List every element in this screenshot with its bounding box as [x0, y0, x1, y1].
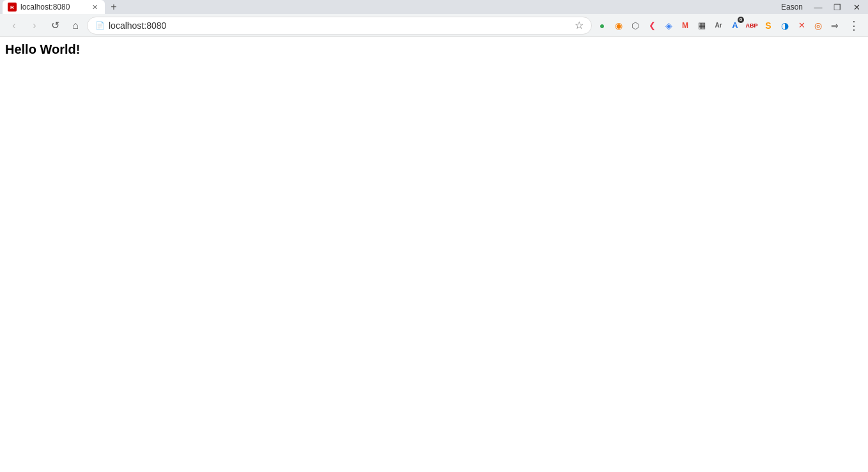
- ext-edge-icon[interactable]: ◑: [777, 18, 793, 33]
- ext-s-icon[interactable]: S: [761, 18, 776, 33]
- titlebar: R localhost:8080 ✕ + Eason — ❐ ✕: [0, 0, 868, 14]
- home-button[interactable]: ⌂: [66, 17, 84, 35]
- user-name: Eason: [781, 3, 803, 12]
- browser-menu-button[interactable]: ⋮: [845, 17, 863, 35]
- minimize-button[interactable]: —: [809, 0, 827, 14]
- ext-rss-icon[interactable]: ◉: [611, 18, 626, 33]
- page-content: Hello World!: [0, 37, 868, 62]
- ext-no1-icon[interactable]: ✕: [794, 18, 809, 33]
- address-input[interactable]: [109, 20, 571, 31]
- extensions-area: ● ◉ ⬡ ❮ ◈ M ▦ Ar A 0 ABP S ◑ ✕ ◎ ⇒: [594, 18, 842, 33]
- address-bar-container: 📄 ☆: [87, 17, 592, 35]
- browser-tab[interactable]: R localhost:8080 ✕: [3, 0, 105, 14]
- ext-pocket-icon[interactable]: ❮: [644, 18, 660, 33]
- ext-box-icon[interactable]: ⬡: [628, 18, 643, 33]
- ext-gmail-icon[interactable]: M: [678, 18, 693, 33]
- navbar: ‹ › ↺ ⌂ 📄 ☆ ● ◉ ⬡ ❮ ◈ M ▦ Ar A 0 ABP S ◑: [0, 14, 868, 37]
- ext-colorful-icon[interactable]: ◈: [661, 18, 676, 33]
- close-button[interactable]: ✕: [848, 0, 865, 14]
- ext-abp-icon[interactable]: ABP: [744, 18, 759, 33]
- titlebar-left: R localhost:8080 ✕ +: [3, 0, 781, 14]
- ext-qr-icon[interactable]: ▦: [694, 18, 709, 33]
- address-icon: 📄: [95, 21, 105, 30]
- bookmark-star-icon[interactable]: ☆: [575, 19, 584, 31]
- page-heading: Hello World!: [5, 42, 863, 57]
- tab-close-button[interactable]: ✕: [89, 2, 100, 12]
- tab-favicon: R: [8, 3, 17, 12]
- ext-badge-icon[interactable]: A 0: [727, 18, 743, 33]
- titlebar-right: Eason — ❐ ✕: [781, 0, 865, 14]
- ext-badge-count: 0: [738, 17, 744, 23]
- back-button[interactable]: ‹: [5, 17, 23, 35]
- reload-button[interactable]: ↺: [46, 17, 64, 35]
- ext-forward-icon[interactable]: ⇒: [827, 18, 842, 33]
- ext-green-circle-icon[interactable]: ●: [594, 18, 610, 33]
- new-tab-button[interactable]: +: [106, 0, 121, 14]
- ext-no2-icon[interactable]: ◎: [810, 18, 826, 33]
- forward-button[interactable]: ›: [26, 17, 43, 35]
- restore-button[interactable]: ❐: [828, 0, 846, 14]
- tab-title: localhost:8080: [20, 3, 86, 12]
- ext-ar-icon[interactable]: Ar: [711, 18, 726, 33]
